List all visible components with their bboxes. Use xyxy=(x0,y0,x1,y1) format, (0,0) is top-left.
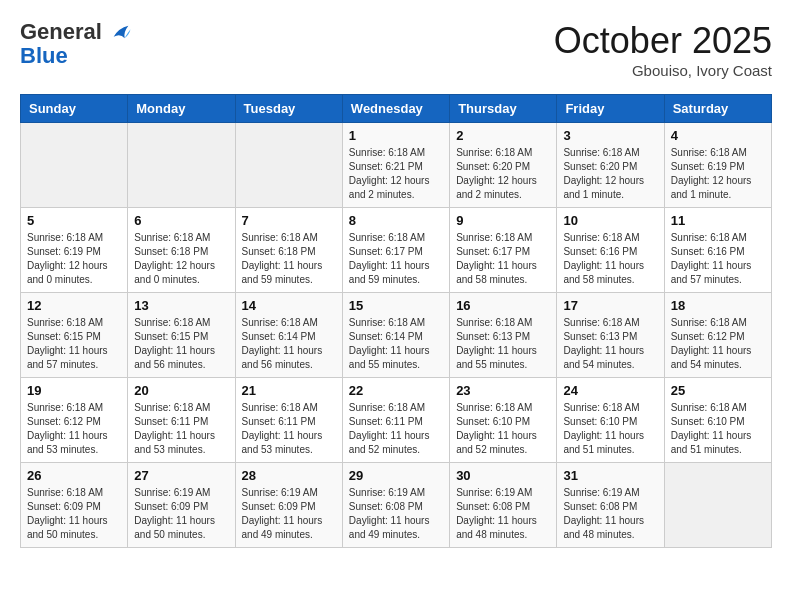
day-info: Sunrise: 6:18 AM Sunset: 6:10 PM Dayligh… xyxy=(456,401,550,457)
day-number: 6 xyxy=(134,213,228,228)
day-info: Sunrise: 6:19 AM Sunset: 6:08 PM Dayligh… xyxy=(349,486,443,542)
day-number: 1 xyxy=(349,128,443,143)
day-number: 7 xyxy=(242,213,336,228)
day-number: 26 xyxy=(27,468,121,483)
calendar-cell: 25Sunrise: 6:18 AM Sunset: 6:10 PM Dayli… xyxy=(664,378,771,463)
calendar-cell: 28Sunrise: 6:19 AM Sunset: 6:09 PM Dayli… xyxy=(235,463,342,548)
day-number: 28 xyxy=(242,468,336,483)
calendar-cell: 12Sunrise: 6:18 AM Sunset: 6:15 PM Dayli… xyxy=(21,293,128,378)
calendar-cell xyxy=(235,123,342,208)
calendar-cell: 20Sunrise: 6:18 AM Sunset: 6:11 PM Dayli… xyxy=(128,378,235,463)
location-subtitle: Gbouiso, Ivory Coast xyxy=(554,62,772,79)
calendar-week-row: 26Sunrise: 6:18 AM Sunset: 6:09 PM Dayli… xyxy=(21,463,772,548)
day-number: 16 xyxy=(456,298,550,313)
calendar-cell: 7Sunrise: 6:18 AM Sunset: 6:18 PM Daylig… xyxy=(235,208,342,293)
column-header-saturday: Saturday xyxy=(664,95,771,123)
calendar-cell: 3Sunrise: 6:18 AM Sunset: 6:20 PM Daylig… xyxy=(557,123,664,208)
column-header-monday: Monday xyxy=(128,95,235,123)
calendar-cell: 29Sunrise: 6:19 AM Sunset: 6:08 PM Dayli… xyxy=(342,463,449,548)
column-header-friday: Friday xyxy=(557,95,664,123)
calendar-cell: 16Sunrise: 6:18 AM Sunset: 6:13 PM Dayli… xyxy=(450,293,557,378)
column-header-thursday: Thursday xyxy=(450,95,557,123)
logo: General Blue xyxy=(20,20,132,68)
day-info: Sunrise: 6:18 AM Sunset: 6:20 PM Dayligh… xyxy=(563,146,657,202)
day-number: 25 xyxy=(671,383,765,398)
calendar-cell: 13Sunrise: 6:18 AM Sunset: 6:15 PM Dayli… xyxy=(128,293,235,378)
day-info: Sunrise: 6:18 AM Sunset: 6:11 PM Dayligh… xyxy=(349,401,443,457)
calendar-table: SundayMondayTuesdayWednesdayThursdayFrid… xyxy=(20,94,772,548)
logo-bird-icon xyxy=(110,22,132,44)
calendar-cell xyxy=(21,123,128,208)
column-header-sunday: Sunday xyxy=(21,95,128,123)
day-info: Sunrise: 6:18 AM Sunset: 6:21 PM Dayligh… xyxy=(349,146,443,202)
day-number: 2 xyxy=(456,128,550,143)
day-number: 3 xyxy=(563,128,657,143)
day-number: 11 xyxy=(671,213,765,228)
day-info: Sunrise: 6:18 AM Sunset: 6:20 PM Dayligh… xyxy=(456,146,550,202)
day-info: Sunrise: 6:18 AM Sunset: 6:18 PM Dayligh… xyxy=(242,231,336,287)
day-info: Sunrise: 6:18 AM Sunset: 6:14 PM Dayligh… xyxy=(242,316,336,372)
calendar-cell: 10Sunrise: 6:18 AM Sunset: 6:16 PM Dayli… xyxy=(557,208,664,293)
day-number: 23 xyxy=(456,383,550,398)
logo-text: General xyxy=(20,20,132,44)
day-number: 5 xyxy=(27,213,121,228)
day-info: Sunrise: 6:18 AM Sunset: 6:11 PM Dayligh… xyxy=(134,401,228,457)
day-info: Sunrise: 6:18 AM Sunset: 6:12 PM Dayligh… xyxy=(27,401,121,457)
calendar-cell xyxy=(664,463,771,548)
day-info: Sunrise: 6:19 AM Sunset: 6:08 PM Dayligh… xyxy=(563,486,657,542)
calendar-week-row: 19Sunrise: 6:18 AM Sunset: 6:12 PM Dayli… xyxy=(21,378,772,463)
day-info: Sunrise: 6:18 AM Sunset: 6:17 PM Dayligh… xyxy=(456,231,550,287)
calendar-cell: 18Sunrise: 6:18 AM Sunset: 6:12 PM Dayli… xyxy=(664,293,771,378)
month-title: October 2025 xyxy=(554,20,772,62)
day-info: Sunrise: 6:18 AM Sunset: 6:10 PM Dayligh… xyxy=(671,401,765,457)
day-number: 24 xyxy=(563,383,657,398)
column-header-tuesday: Tuesday xyxy=(235,95,342,123)
calendar-week-row: 5Sunrise: 6:18 AM Sunset: 6:19 PM Daylig… xyxy=(21,208,772,293)
day-number: 9 xyxy=(456,213,550,228)
calendar-week-row: 1Sunrise: 6:18 AM Sunset: 6:21 PM Daylig… xyxy=(21,123,772,208)
day-number: 27 xyxy=(134,468,228,483)
day-info: Sunrise: 6:18 AM Sunset: 6:14 PM Dayligh… xyxy=(349,316,443,372)
column-header-wednesday: Wednesday xyxy=(342,95,449,123)
day-number: 30 xyxy=(456,468,550,483)
day-info: Sunrise: 6:19 AM Sunset: 6:09 PM Dayligh… xyxy=(134,486,228,542)
calendar-cell: 4Sunrise: 6:18 AM Sunset: 6:19 PM Daylig… xyxy=(664,123,771,208)
calendar-cell: 27Sunrise: 6:19 AM Sunset: 6:09 PM Dayli… xyxy=(128,463,235,548)
day-number: 12 xyxy=(27,298,121,313)
day-info: Sunrise: 6:19 AM Sunset: 6:09 PM Dayligh… xyxy=(242,486,336,542)
day-info: Sunrise: 6:18 AM Sunset: 6:12 PM Dayligh… xyxy=(671,316,765,372)
day-number: 13 xyxy=(134,298,228,313)
day-info: Sunrise: 6:18 AM Sunset: 6:15 PM Dayligh… xyxy=(27,316,121,372)
calendar-cell: 8Sunrise: 6:18 AM Sunset: 6:17 PM Daylig… xyxy=(342,208,449,293)
calendar-cell: 26Sunrise: 6:18 AM Sunset: 6:09 PM Dayli… xyxy=(21,463,128,548)
calendar-cell: 31Sunrise: 6:19 AM Sunset: 6:08 PM Dayli… xyxy=(557,463,664,548)
day-number: 14 xyxy=(242,298,336,313)
calendar-cell: 11Sunrise: 6:18 AM Sunset: 6:16 PM Dayli… xyxy=(664,208,771,293)
day-number: 19 xyxy=(27,383,121,398)
title-block: October 2025 Gbouiso, Ivory Coast xyxy=(554,20,772,79)
calendar-cell: 24Sunrise: 6:18 AM Sunset: 6:10 PM Dayli… xyxy=(557,378,664,463)
day-info: Sunrise: 6:18 AM Sunset: 6:09 PM Dayligh… xyxy=(27,486,121,542)
day-number: 8 xyxy=(349,213,443,228)
day-info: Sunrise: 6:18 AM Sunset: 6:16 PM Dayligh… xyxy=(563,231,657,287)
day-number: 17 xyxy=(563,298,657,313)
calendar-cell: 21Sunrise: 6:18 AM Sunset: 6:11 PM Dayli… xyxy=(235,378,342,463)
day-info: Sunrise: 6:18 AM Sunset: 6:18 PM Dayligh… xyxy=(134,231,228,287)
calendar-header-row: SundayMondayTuesdayWednesdayThursdayFrid… xyxy=(21,95,772,123)
calendar-cell: 23Sunrise: 6:18 AM Sunset: 6:10 PM Dayli… xyxy=(450,378,557,463)
calendar-cell: 14Sunrise: 6:18 AM Sunset: 6:14 PM Dayli… xyxy=(235,293,342,378)
logo-sub-text: Blue xyxy=(20,44,132,68)
day-number: 20 xyxy=(134,383,228,398)
day-info: Sunrise: 6:18 AM Sunset: 6:11 PM Dayligh… xyxy=(242,401,336,457)
day-info: Sunrise: 6:18 AM Sunset: 6:19 PM Dayligh… xyxy=(27,231,121,287)
day-info: Sunrise: 6:18 AM Sunset: 6:17 PM Dayligh… xyxy=(349,231,443,287)
calendar-cell: 5Sunrise: 6:18 AM Sunset: 6:19 PM Daylig… xyxy=(21,208,128,293)
calendar-cell: 15Sunrise: 6:18 AM Sunset: 6:14 PM Dayli… xyxy=(342,293,449,378)
day-number: 29 xyxy=(349,468,443,483)
day-number: 21 xyxy=(242,383,336,398)
day-number: 4 xyxy=(671,128,765,143)
day-number: 31 xyxy=(563,468,657,483)
calendar-cell: 17Sunrise: 6:18 AM Sunset: 6:13 PM Dayli… xyxy=(557,293,664,378)
calendar-cell: 1Sunrise: 6:18 AM Sunset: 6:21 PM Daylig… xyxy=(342,123,449,208)
day-info: Sunrise: 6:18 AM Sunset: 6:16 PM Dayligh… xyxy=(671,231,765,287)
